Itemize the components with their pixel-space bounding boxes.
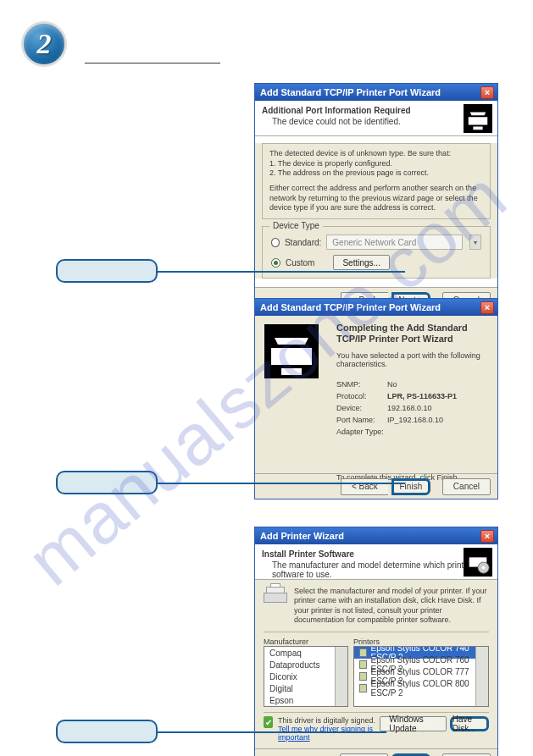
callout-connector-2 (158, 483, 405, 484)
wizard-window-install-software: Add Printer Wizard × Install Printer Sof… (254, 527, 498, 756)
callout-connector-1 (158, 271, 405, 273)
kv-key: Adapter Type: (336, 428, 387, 439)
characteristics-table: SNMP:No Protocol:LPR, PS-116633-P1 Devic… (336, 380, 489, 439)
wizard-body: Completing the Add Standard TCP/IP Print… (255, 316, 497, 473)
manufacturer-label: Manufacturer (264, 637, 348, 646)
step-number: 2 (37, 28, 52, 60)
printers-list[interactable]: Epson Stylus COLOR 740 ESC/P 2 Epson Sty… (353, 646, 489, 707)
printer-cd-icon (464, 548, 492, 577)
detected-line-2: 2. The address on the previous page is c… (269, 168, 483, 179)
list-item[interactable]: Digital (264, 682, 335, 694)
callout-marker-1 (56, 259, 158, 283)
title-text: Add Printer Wizard (260, 531, 344, 541)
radio-standard-row[interactable]: Standard: Generic Network Card ▾ (271, 234, 481, 251)
kv-val: IP_192.168.0.10 (387, 416, 443, 428)
printer-small-icon (359, 672, 367, 681)
back-button[interactable]: < Back (341, 478, 388, 495)
wizard-header-subtitle: The manufacturer and model determine whi… (262, 559, 491, 579)
manufacturer-column: Manufacturer Compaq Dataproducts Diconix… (264, 637, 348, 707)
printer-icon (264, 324, 319, 378)
step-badge: 2 (21, 21, 67, 67)
wizard-body: Select the manufacturer and model of you… (255, 580, 497, 748)
scrollbar[interactable] (475, 647, 488, 706)
wizard-header-title: Install Printer Software (262, 549, 491, 559)
close-icon[interactable]: × (480, 530, 494, 543)
wizard-header-title: Additional Port Information Required (262, 106, 491, 115)
printer-small-icon (359, 660, 367, 669)
button-bar: < Back Next > Cancel (255, 748, 497, 756)
completing-subtitle: You have selected a port with the follow… (336, 351, 489, 368)
signing-info: ✔ This driver is digitally signed. Tell … (264, 716, 380, 742)
kv-key: SNMP: (336, 380, 387, 392)
list-columns: Manufacturer Compaq Dataproducts Diconix… (264, 632, 489, 707)
radio-standard-label: Standard: (285, 238, 321, 247)
signing-link[interactable]: Tell me why driver signing is important (278, 725, 373, 742)
signed-message: This driver is digitally signed. (278, 716, 380, 725)
check-icon: ✔ (264, 716, 273, 728)
scrollbar[interactable] (335, 647, 347, 706)
titlebar: Add Standard TCP/IP Printer Port Wizard … (255, 84, 497, 101)
radio-custom-label: Custom (286, 258, 314, 268)
finish-button[interactable]: Finish (391, 478, 430, 495)
printers-label: Printers (353, 637, 489, 646)
settings-button[interactable]: Settings... (333, 255, 389, 270)
callout-marker-3 (56, 720, 158, 743)
printers-column: Printers Epson Stylus COLOR 740 ESC/P 2 … (353, 637, 489, 707)
detected-lead: The detected device is of unknown type. … (269, 149, 483, 159)
printer-icon (264, 587, 287, 607)
callout-marker-2 (56, 471, 158, 494)
list-item[interactable]: Epson (264, 694, 335, 706)
have-disk-button[interactable]: Have Disk... (450, 716, 489, 731)
list-item[interactable]: Epson Stylus COLOR 800 ESC/P 2 (354, 682, 475, 694)
list-item[interactable]: Diconix (264, 670, 335, 682)
titlebar: Add Printer Wizard × (255, 527, 497, 544)
disk-buttons: Windows Update Have Disk... (380, 716, 489, 731)
close-icon[interactable]: × (480, 301, 494, 314)
detected-line-1: 1. The device is properly configured. (269, 159, 483, 169)
list-item[interactable]: Dataproducts (264, 659, 335, 670)
detected-tail: Either correct the address and perform a… (269, 184, 483, 213)
detection-box: The detected device is of unknown type. … (262, 143, 491, 219)
signing-row: ✔ This driver is digitally signed. Tell … (264, 712, 489, 742)
printer-small-icon (359, 648, 367, 657)
instruction-row: Select the manufacturer and model of you… (264, 587, 489, 625)
completing-title: Completing the Add Standard TCP/IP Print… (336, 323, 489, 345)
wizard-header-subtitle: The device could not be identified. (262, 115, 491, 126)
kv-key: Protocol: (336, 392, 387, 404)
cancel-button[interactable]: Cancel (442, 753, 491, 757)
side-panel (255, 316, 328, 473)
callout-connector-3 (158, 731, 386, 733)
radio-icon (271, 258, 280, 268)
back-button[interactable]: < Back (340, 753, 388, 757)
titlebar: Add Standard TCP/IP Printer Port Wizard … (255, 299, 497, 316)
radio-icon (271, 238, 280, 247)
wizard-header: Install Printer Software The manufacture… (255, 544, 497, 580)
step-underline (85, 63, 220, 63)
title-text: Add Standard TCP/IP Printer Port Wizard (260, 302, 441, 312)
close-icon[interactable]: × (480, 86, 494, 99)
wizard-body: The detected device is of unknown type. … (255, 143, 497, 279)
printer-icon (464, 104, 492, 133)
kv-val: No (387, 380, 397, 392)
wizard-window-completing: Add Standard TCP/IP Printer Port Wizard … (254, 298, 498, 499)
list-item[interactable]: Compaq (264, 647, 335, 659)
printer-small-icon (359, 684, 367, 693)
title-text: Add Standard TCP/IP Printer Port Wizard (260, 87, 441, 97)
windows-update-button[interactable]: Windows Update (380, 716, 447, 731)
wizard-header: Additional Port Information Required The… (255, 101, 497, 136)
radio-custom-row[interactable]: Custom Settings... (271, 254, 481, 271)
instruction-text: Select the manufacturer and model of you… (294, 587, 489, 625)
next-button[interactable]: Next > (391, 753, 430, 757)
kv-val: 192.168.0.10 (387, 404, 432, 416)
list-item-label: Epson Stylus COLOR 800 ESC/P 2 (370, 679, 470, 698)
manufacturer-list[interactable]: Compaq Dataproducts Diconix Digital Epso… (264, 646, 348, 707)
wizard-window-port-info: Add Standard TCP/IP Printer Port Wizard … (254, 83, 498, 313)
kv-val: LPR, PS-116633-P1 (387, 392, 457, 404)
completing-content: Completing the Add Standard TCP/IP Print… (328, 316, 497, 473)
cancel-button[interactable]: Cancel (442, 478, 491, 495)
chevron-down-icon: ▾ (469, 235, 481, 250)
kv-key: Device: (336, 404, 387, 416)
kv-key: Port Name: (336, 416, 387, 428)
svg-point-1 (482, 566, 486, 570)
device-type-legend: Device Type (269, 221, 323, 230)
